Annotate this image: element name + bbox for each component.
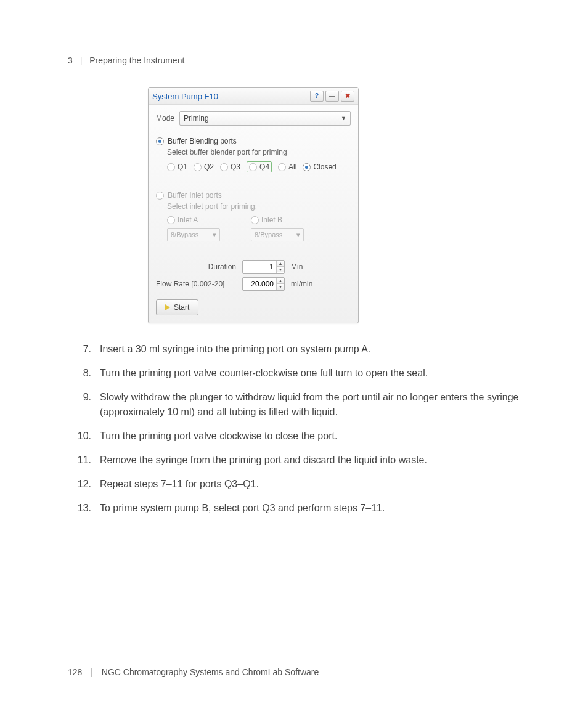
inlet-b-select: 8/Bypass ▾ (251, 228, 304, 241)
dialog-title: System Pump F10 (152, 92, 308, 101)
spinner-down-icon[interactable]: ▼ (277, 283, 284, 290)
inlet-a-value: 8/Bypass (171, 231, 198, 238)
option-label: Q4 (259, 163, 269, 171)
blending-option-q2[interactable]: Q2 (194, 163, 214, 171)
option-label: All (288, 163, 296, 171)
blending-option-q1[interactable]: Q1 (167, 163, 187, 171)
inlet-b-label: Inlet B (261, 216, 282, 224)
start-label: Start (174, 303, 189, 312)
flow-rate-spinner[interactable]: ▲▼ (242, 277, 285, 291)
separator: | (91, 667, 93, 677)
chevron-down-icon: ▾ (296, 231, 300, 239)
buffer-inlet-group: Buffer Inlet ports Select inlet port for… (156, 191, 351, 241)
option-label: Q2 (204, 163, 214, 171)
instruction-step: 10.Turn the priming port valve clockwise… (68, 429, 520, 443)
radio-icon (220, 163, 228, 171)
flow-rate-input[interactable] (243, 278, 276, 290)
buffer-inlet-subtext: Select inlet port for priming: (167, 202, 351, 211)
radio-icon (278, 163, 286, 171)
duration-spinner[interactable]: ▲▼ (242, 260, 285, 274)
minimize-button[interactable]: — (325, 91, 339, 102)
radio-icon (249, 163, 257, 171)
inlet-a-select: 8/Bypass ▾ (167, 228, 220, 241)
step-text: Slowly withdraw the plunger to withdraw … (100, 390, 520, 418)
chevron-down-icon: ▼ (341, 115, 346, 121)
step-number: 13. (68, 501, 100, 515)
radio-icon (303, 163, 311, 171)
buffer-inlet-radio[interactable] (156, 192, 164, 200)
mode-label: Mode (156, 114, 174, 123)
step-text: Turn the priming port valve clockwise to… (100, 429, 337, 443)
help-button[interactable]: ? (310, 91, 324, 102)
buffer-blending-group: Buffer Blending ports Select buffer blen… (156, 137, 351, 172)
instruction-step: 12.Repeat steps 7–11 for ports Q3–Q1. (68, 477, 520, 491)
chapter-title: Preparing the Instrument (89, 55, 184, 65)
blending-option-q3[interactable]: Q3 (220, 163, 240, 171)
blending-option-q4[interactable]: Q4 (247, 161, 272, 172)
instruction-step: 8.Turn the priming port valve counter-cl… (68, 366, 520, 380)
radio-icon (167, 163, 175, 171)
instruction-step: 7.Insert a 30 ml syringe into the primin… (68, 342, 520, 356)
play-icon (165, 304, 170, 310)
spinner-up-icon[interactable]: ▲ (277, 278, 284, 283)
duration-label: Duration (156, 262, 236, 271)
system-pump-dialog: System Pump F10 ? — ✖ Mode Priming ▼ Buf… (148, 87, 359, 323)
option-label: Q3 (231, 163, 240, 171)
chevron-down-icon: ▾ (213, 231, 216, 239)
inlet-a-option: Inlet A (167, 216, 220, 224)
mode-select[interactable]: Priming ▼ (179, 111, 351, 126)
buffer-blending-subtext: Select buffer blender port for priming (167, 148, 351, 156)
inlet-a-label: Inlet A (178, 216, 198, 224)
separator: | (80, 55, 83, 65)
blending-option-all[interactable]: All (278, 163, 296, 171)
inlet-b-value: 8/Bypass (255, 231, 282, 238)
step-text: Repeat steps 7–11 for ports Q3–Q1. (100, 477, 259, 491)
blending-option-closed[interactable]: Closed (303, 163, 336, 171)
step-text: To prime system pump B, select port Q3 a… (100, 501, 385, 515)
spinner-up-icon[interactable]: ▲ (277, 261, 284, 266)
dialog-titlebar: System Pump F10 ? — ✖ (149, 88, 358, 105)
option-label: Q1 (178, 163, 187, 171)
page-footer: 128 | NGC Chromatography Systems and Chr… (68, 667, 319, 677)
chapter-number: 3 (68, 55, 73, 65)
flow-rate-unit: ml/min (291, 280, 312, 288)
close-button[interactable]: ✖ (341, 91, 354, 102)
radio-icon (194, 163, 202, 171)
buffer-blending-title: Buffer Blending ports (168, 137, 237, 145)
instruction-step: 9.Slowly withdraw the plunger to withdra… (68, 390, 520, 418)
inlet-a-radio (167, 216, 175, 224)
inlet-b-option: Inlet B (251, 216, 304, 224)
step-number: 10. (68, 429, 100, 443)
option-label: Closed (313, 163, 336, 171)
spinner-down-icon[interactable]: ▼ (277, 266, 284, 272)
blending-options-row: Q1Q2Q3Q4AllClosed (167, 161, 351, 172)
buffer-blending-radio[interactable] (156, 137, 164, 145)
step-number: 9. (68, 390, 100, 418)
step-text: Insert a 30 ml syringe into the priming … (100, 342, 370, 356)
step-text: Turn the priming port valve counter-cloc… (100, 366, 428, 380)
book-title: NGC Chromatography Systems and ChromLab … (102, 667, 319, 677)
step-number: 8. (68, 366, 100, 380)
instruction-list: 7.Insert a 30 ml syringe into the primin… (68, 342, 520, 516)
duration-unit: Min (291, 262, 303, 271)
page-header: 3 | Preparing the Instrument (68, 55, 520, 65)
start-button[interactable]: Start (156, 299, 198, 315)
step-number: 11. (68, 453, 100, 467)
flow-rate-label: Flow Rate [0.002-20] (156, 280, 236, 288)
step-number: 12. (68, 477, 100, 491)
inlet-b-radio (251, 216, 259, 224)
instruction-step: 13.To prime system pump B, select port Q… (68, 501, 520, 515)
buffer-inlet-title: Buffer Inlet ports (168, 191, 222, 200)
step-number: 7. (68, 342, 100, 356)
mode-value: Priming (184, 114, 209, 123)
instruction-step: 11.Remove the syringe from the priming p… (68, 453, 520, 467)
duration-input[interactable] (243, 261, 276, 273)
step-text: Remove the syringe from the priming port… (100, 453, 427, 467)
page-number: 128 (68, 667, 82, 677)
